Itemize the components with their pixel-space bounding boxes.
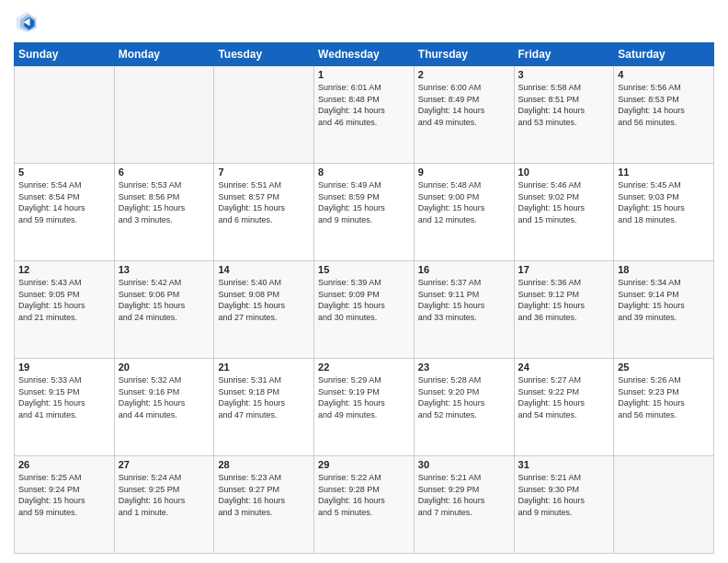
day-number: 9	[418, 167, 510, 178]
day-header-wednesday: Wednesday	[314, 43, 415, 66]
calendar-cell: 15Sunrise: 5:39 AM Sunset: 9:09 PM Dayli…	[314, 261, 415, 359]
day-number: 6	[119, 167, 210, 178]
day-number: 16	[418, 264, 510, 275]
day-number: 20	[119, 362, 210, 373]
week-row-5: 26Sunrise: 5:25 AM Sunset: 9:24 PM Dayli…	[15, 456, 714, 554]
cell-content: Sunrise: 5:34 AM Sunset: 9:14 PM Dayligh…	[618, 277, 710, 323]
day-number: 11	[618, 167, 710, 178]
cell-content: Sunrise: 5:24 AM Sunset: 9:25 PM Dayligh…	[119, 472, 210, 518]
cell-content: Sunrise: 5:42 AM Sunset: 9:06 PM Dayligh…	[119, 277, 210, 323]
day-number: 15	[318, 264, 410, 275]
week-row-3: 12Sunrise: 5:43 AM Sunset: 9:05 PM Dayli…	[15, 261, 714, 359]
cell-content: Sunrise: 5:33 AM Sunset: 9:15 PM Dayligh…	[18, 374, 110, 420]
cell-content: Sunrise: 5:21 AM Sunset: 9:30 PM Dayligh…	[518, 472, 610, 518]
cell-content: Sunrise: 5:29 AM Sunset: 9:19 PM Dayligh…	[318, 374, 410, 420]
calendar-cell: 21Sunrise: 5:31 AM Sunset: 9:18 PM Dayli…	[214, 359, 314, 456]
calendar-cell: 26Sunrise: 5:25 AM Sunset: 9:24 PM Dayli…	[15, 456, 115, 554]
day-header-sunday: Sunday	[15, 43, 115, 66]
calendar-cell: 23Sunrise: 5:28 AM Sunset: 9:20 PM Dayli…	[414, 359, 514, 456]
day-header-saturday: Saturday	[614, 43, 714, 66]
cell-content: Sunrise: 5:54 AM Sunset: 8:54 PM Dayligh…	[18, 179, 110, 225]
day-header-tuesday: Tuesday	[214, 43, 314, 66]
calendar-cell: 8Sunrise: 5:49 AM Sunset: 8:59 PM Daylig…	[314, 164, 415, 261]
calendar-cell: 17Sunrise: 5:36 AM Sunset: 9:12 PM Dayli…	[514, 261, 614, 359]
calendar-cell: 10Sunrise: 5:46 AM Sunset: 9:02 PM Dayli…	[514, 164, 614, 261]
cell-content: Sunrise: 6:00 AM Sunset: 8:49 PM Dayligh…	[418, 82, 510, 128]
calendar-cell: 28Sunrise: 5:23 AM Sunset: 9:27 PM Dayli…	[214, 456, 314, 554]
cell-content: Sunrise: 5:48 AM Sunset: 9:00 PM Dayligh…	[418, 179, 510, 225]
calendar-cell	[214, 66, 314, 164]
cell-content: Sunrise: 5:45 AM Sunset: 9:03 PM Dayligh…	[618, 179, 710, 225]
cell-content: Sunrise: 5:39 AM Sunset: 9:09 PM Dayligh…	[318, 277, 410, 323]
calendar-cell: 18Sunrise: 5:34 AM Sunset: 9:14 PM Dayli…	[614, 261, 714, 359]
header	[14, 9, 714, 35]
week-row-4: 19Sunrise: 5:33 AM Sunset: 9:15 PM Dayli…	[15, 359, 714, 456]
cell-content: Sunrise: 5:26 AM Sunset: 9:23 PM Dayligh…	[618, 374, 710, 420]
calendar-table: SundayMondayTuesdayWednesdayThursdayFrid…	[14, 42, 714, 554]
cell-content: Sunrise: 5:31 AM Sunset: 9:18 PM Dayligh…	[218, 374, 310, 420]
day-number: 30	[418, 459, 510, 470]
day-number: 5	[18, 167, 110, 178]
day-number: 1	[318, 69, 410, 80]
calendar-cell: 13Sunrise: 5:42 AM Sunset: 9:06 PM Dayli…	[114, 261, 214, 359]
calendar-cell: 27Sunrise: 5:24 AM Sunset: 9:25 PM Dayli…	[114, 456, 214, 554]
cell-content: Sunrise: 5:23 AM Sunset: 9:27 PM Dayligh…	[218, 472, 310, 518]
day-number: 2	[418, 69, 510, 80]
day-number: 10	[518, 167, 610, 178]
cell-content: Sunrise: 5:28 AM Sunset: 9:20 PM Dayligh…	[418, 374, 510, 420]
day-number: 8	[318, 167, 410, 178]
cell-content: Sunrise: 5:53 AM Sunset: 8:56 PM Dayligh…	[119, 179, 210, 225]
day-header-monday: Monday	[114, 43, 214, 66]
cell-content: Sunrise: 5:43 AM Sunset: 9:05 PM Dayligh…	[18, 277, 110, 323]
cell-content: Sunrise: 5:37 AM Sunset: 9:11 PM Dayligh…	[418, 277, 510, 323]
cell-content: Sunrise: 5:46 AM Sunset: 9:02 PM Dayligh…	[518, 179, 610, 225]
cell-content: Sunrise: 5:22 AM Sunset: 9:28 PM Dayligh…	[318, 472, 410, 518]
logo-icon	[14, 9, 40, 35]
calendar-cell: 19Sunrise: 5:33 AM Sunset: 9:15 PM Dayli…	[15, 359, 115, 456]
cell-content: Sunrise: 6:01 AM Sunset: 8:48 PM Dayligh…	[318, 82, 410, 128]
day-number: 21	[218, 362, 310, 373]
calendar-cell: 3Sunrise: 5:58 AM Sunset: 8:51 PM Daylig…	[514, 66, 614, 164]
day-number: 22	[318, 362, 410, 373]
calendar-cell: 14Sunrise: 5:40 AM Sunset: 9:08 PM Dayli…	[214, 261, 314, 359]
day-number: 18	[618, 264, 710, 275]
calendar-cell: 4Sunrise: 5:56 AM Sunset: 8:53 PM Daylig…	[614, 66, 714, 164]
week-row-1: 1Sunrise: 6:01 AM Sunset: 8:48 PM Daylig…	[15, 66, 714, 164]
day-number: 23	[418, 362, 510, 373]
calendar-cell: 22Sunrise: 5:29 AM Sunset: 9:19 PM Dayli…	[314, 359, 415, 456]
calendar-cell: 9Sunrise: 5:48 AM Sunset: 9:00 PM Daylig…	[414, 164, 514, 261]
day-number: 14	[218, 264, 310, 275]
day-number: 13	[119, 264, 210, 275]
calendar-cell: 20Sunrise: 5:32 AM Sunset: 9:16 PM Dayli…	[114, 359, 214, 456]
calendar-cell: 12Sunrise: 5:43 AM Sunset: 9:05 PM Dayli…	[15, 261, 115, 359]
calendar-cell: 7Sunrise: 5:51 AM Sunset: 8:57 PM Daylig…	[214, 164, 314, 261]
cell-content: Sunrise: 5:36 AM Sunset: 9:12 PM Dayligh…	[518, 277, 610, 323]
day-number: 31	[518, 459, 610, 470]
calendar-cell	[614, 456, 714, 554]
day-number: 4	[618, 69, 710, 80]
day-number: 29	[318, 459, 410, 470]
cell-content: Sunrise: 5:56 AM Sunset: 8:53 PM Dayligh…	[618, 82, 710, 128]
calendar-cell: 11Sunrise: 5:45 AM Sunset: 9:03 PM Dayli…	[614, 164, 714, 261]
cell-content: Sunrise: 5:51 AM Sunset: 8:57 PM Dayligh…	[218, 179, 310, 225]
calendar-cell: 30Sunrise: 5:21 AM Sunset: 9:29 PM Dayli…	[414, 456, 514, 554]
calendar-cell: 16Sunrise: 5:37 AM Sunset: 9:11 PM Dayli…	[414, 261, 514, 359]
calendar-cell: 31Sunrise: 5:21 AM Sunset: 9:30 PM Dayli…	[514, 456, 614, 554]
calendar-cell	[114, 66, 214, 164]
calendar-cell: 5Sunrise: 5:54 AM Sunset: 8:54 PM Daylig…	[15, 164, 115, 261]
calendar-cell: 24Sunrise: 5:27 AM Sunset: 9:22 PM Dayli…	[514, 359, 614, 456]
logo	[14, 9, 43, 35]
day-number: 12	[18, 264, 110, 275]
cell-content: Sunrise: 5:40 AM Sunset: 9:08 PM Dayligh…	[218, 277, 310, 323]
calendar-cell: 6Sunrise: 5:53 AM Sunset: 8:56 PM Daylig…	[114, 164, 214, 261]
day-number: 26	[18, 459, 110, 470]
cell-content: Sunrise: 5:58 AM Sunset: 8:51 PM Dayligh…	[518, 82, 610, 128]
day-number: 25	[618, 362, 710, 373]
calendar-cell: 1Sunrise: 6:01 AM Sunset: 8:48 PM Daylig…	[314, 66, 415, 164]
header-row: SundayMondayTuesdayWednesdayThursdayFrid…	[15, 43, 714, 66]
cell-content: Sunrise: 5:32 AM Sunset: 9:16 PM Dayligh…	[119, 374, 210, 420]
day-number: 17	[518, 264, 610, 275]
calendar-cell	[15, 66, 115, 164]
day-number: 3	[518, 69, 610, 80]
cell-content: Sunrise: 5:21 AM Sunset: 9:29 PM Dayligh…	[418, 472, 510, 518]
